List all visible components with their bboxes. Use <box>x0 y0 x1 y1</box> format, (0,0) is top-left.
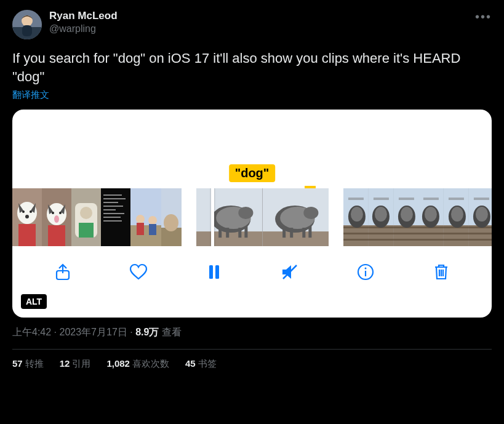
svg-rect-49 <box>238 228 241 238</box>
svg-point-5 <box>17 202 37 224</box>
svg-rect-63 <box>343 233 369 234</box>
svg-rect-59 <box>308 226 311 238</box>
stat-label: 引用 <box>72 358 90 369</box>
svg-rect-104 <box>469 239 492 241</box>
media-card[interactable]: "dog" <box>12 110 492 318</box>
svg-rect-57 <box>290 228 293 238</box>
svg-point-113 <box>365 268 367 270</box>
meta-views-num: 8.9万 <box>135 327 159 337</box>
clip-group-3[interactable] <box>343 188 492 246</box>
svg-rect-48 <box>226 228 229 238</box>
svg-rect-47 <box>218 226 222 238</box>
svg-point-22 <box>80 207 92 219</box>
svg-rect-80 <box>394 239 419 241</box>
svg-rect-72 <box>369 239 394 241</box>
svg-rect-71 <box>369 233 394 234</box>
clip-group-2[interactable] <box>196 188 329 246</box>
meta-time[interactable]: 上午4:42 <box>12 327 51 337</box>
svg-point-16 <box>52 212 54 214</box>
svg-point-55 <box>303 207 318 219</box>
stat-retweets[interactable]: 57转推 <box>12 358 44 370</box>
thumbnail <box>369 188 394 246</box>
pause-icon[interactable] <box>204 262 224 282</box>
stat-label: 书签 <box>198 358 217 369</box>
svg-rect-101 <box>469 225 492 246</box>
tweet-header: Ryan McLeod @warpling ••• <box>12 10 492 39</box>
more-icon[interactable]: ••• <box>475 10 492 24</box>
stat-quotes[interactable]: 12引用 <box>60 358 91 370</box>
svg-rect-43 <box>196 231 263 246</box>
svg-point-18 <box>54 215 59 223</box>
svg-rect-30 <box>103 213 124 214</box>
svg-rect-32 <box>103 220 122 222</box>
svg-rect-3 <box>22 25 32 36</box>
svg-rect-88 <box>418 239 444 241</box>
share-icon[interactable] <box>53 262 73 282</box>
media-whitespace: "dog" <box>12 110 492 188</box>
svg-rect-87 <box>418 233 444 234</box>
thumbnail <box>161 188 182 246</box>
svg-rect-52 <box>263 231 329 246</box>
svg-point-106 <box>476 207 488 222</box>
alt-badge[interactable]: ALT <box>21 294 47 309</box>
stat-label: 喜欢次数 <box>132 358 169 369</box>
svg-rect-77 <box>394 225 419 246</box>
svg-point-98 <box>451 207 463 222</box>
clip-group-1[interactable] <box>12 188 182 246</box>
tweet-container: Ryan McLeod @warpling ••• If you search … <box>0 0 504 380</box>
svg-rect-69 <box>369 225 394 246</box>
svg-rect-79 <box>394 233 419 234</box>
svg-rect-95 <box>444 233 469 234</box>
svg-rect-64 <box>343 239 369 241</box>
author-block: Ryan McLeod @warpling <box>49 10 118 34</box>
thumbnail <box>343 188 369 246</box>
info-icon[interactable] <box>356 262 375 282</box>
svg-rect-28 <box>103 206 123 207</box>
video-timeline[interactable] <box>12 188 492 246</box>
playhead[interactable] <box>211 188 214 246</box>
stat-num: 1,082 <box>106 358 130 369</box>
author-name[interactable]: Ryan McLeod <box>49 10 118 22</box>
svg-rect-25 <box>103 194 122 196</box>
svg-rect-61 <box>343 225 369 246</box>
author-handle[interactable]: @warpling <box>49 23 118 34</box>
thumbnail <box>196 188 263 246</box>
tweet-stats: 57转推 12引用 1,082喜欢次数 45书签 <box>12 358 492 370</box>
svg-rect-27 <box>103 202 118 203</box>
svg-rect-58 <box>302 228 305 238</box>
svg-rect-99 <box>449 198 464 200</box>
meta-views-label: 查看 <box>162 327 182 337</box>
svg-rect-29 <box>103 209 116 210</box>
avatar[interactable] <box>12 10 42 39</box>
svg-point-82 <box>401 207 413 222</box>
svg-rect-19 <box>48 225 65 246</box>
svg-point-2 <box>22 15 33 26</box>
translate-link[interactable]: 翻译推文 <box>12 89 492 101</box>
stat-label: 转推 <box>25 358 44 369</box>
thumbnail <box>469 188 492 246</box>
thumbnail <box>418 188 444 246</box>
trash-icon[interactable] <box>431 262 451 282</box>
tweet-meta: 上午4:42 · 2023年7月17日 · 8.9万 查看 <box>12 326 492 339</box>
mute-icon[interactable] <box>280 262 300 282</box>
svg-point-66 <box>351 207 363 222</box>
svg-rect-36 <box>137 223 144 235</box>
svg-rect-107 <box>474 198 489 200</box>
stat-likes[interactable]: 1,082喜欢次数 <box>106 358 169 370</box>
svg-point-17 <box>59 212 62 214</box>
svg-rect-83 <box>399 198 414 200</box>
thumbnail <box>71 188 101 246</box>
heart-icon[interactable] <box>129 262 148 282</box>
caption-badge: "dog" <box>229 164 276 182</box>
svg-rect-91 <box>423 198 439 200</box>
svg-rect-109 <box>209 265 213 279</box>
svg-point-9 <box>30 210 32 213</box>
svg-rect-34 <box>130 225 161 246</box>
svg-rect-103 <box>469 233 492 234</box>
stat-bookmarks[interactable]: 45书签 <box>185 358 217 370</box>
svg-point-8 <box>22 210 25 213</box>
meta-date[interactable]: 2023年7月17日 <box>59 327 127 337</box>
svg-point-37 <box>148 216 157 225</box>
svg-point-35 <box>136 215 145 223</box>
thumbnail <box>42 188 71 246</box>
